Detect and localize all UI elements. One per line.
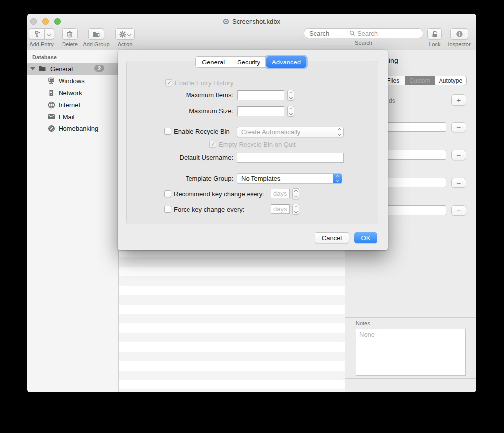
sidebar-item-homebanking[interactable]: Homebanking bbox=[27, 123, 118, 134]
recycle-bin-mode-value: Create Automatically bbox=[241, 128, 300, 136]
enable-entry-history-label: Enable Entry History bbox=[175, 79, 234, 87]
sidebar-item-network[interactable]: Network bbox=[27, 87, 118, 99]
ok-button[interactable]: OK bbox=[354, 232, 377, 243]
force-key-change-label: Force key change every: bbox=[174, 206, 244, 213]
empty-recycle-bin-checkbox[interactable] bbox=[209, 141, 216, 148]
tab-autotype[interactable]: Autotype bbox=[435, 76, 466, 85]
chevron-down-icon bbox=[127, 32, 131, 36]
tab-advanced[interactable]: Advanced bbox=[266, 56, 306, 68]
toolbar-item-delete: Delete bbox=[62, 28, 78, 47]
remove-custom-field-button[interactable]: − bbox=[451, 150, 466, 160]
add-entry-button[interactable] bbox=[29, 28, 44, 40]
recommend-key-change-stepper[interactable] bbox=[292, 188, 299, 199]
enable-recycle-bin-checkbox[interactable] bbox=[164, 128, 171, 135]
remove-custom-field-button[interactable]: − bbox=[451, 178, 466, 188]
enable-recycle-bin-label: Enable Recycle Bin bbox=[174, 128, 230, 135]
sidebar-item-label: Windows bbox=[59, 77, 85, 85]
search-input[interactable] bbox=[304, 28, 423, 38]
key-plus-icon bbox=[33, 30, 41, 38]
recommend-key-change-checkbox[interactable] bbox=[164, 190, 171, 197]
database-settings-dialog: General Security Advanced Enable Entry H… bbox=[118, 50, 388, 250]
toolbar-item-lock: Lock bbox=[427, 28, 442, 47]
maximum-items-input[interactable] bbox=[237, 90, 284, 100]
empty-recycle-bin-label: Empty Recycle Bin on Quit bbox=[219, 141, 296, 148]
window-title: Screenshot.kdbx bbox=[232, 18, 280, 25]
add-entry-label: Add Entry bbox=[29, 41, 53, 47]
gear-icon bbox=[119, 31, 126, 38]
sidebar-item-email[interactable]: EMail bbox=[27, 111, 118, 123]
force-key-change-days-input[interactable] bbox=[271, 204, 290, 214]
network-icon bbox=[47, 89, 55, 97]
template-group-label: Template Group: bbox=[159, 175, 233, 182]
email-icon bbox=[47, 113, 55, 121]
recommend-key-change-label: Recommend key change every: bbox=[174, 190, 264, 198]
sidebar-section-header: Database bbox=[32, 54, 57, 60]
delete-label: Delete bbox=[62, 41, 78, 47]
disclosure-triangle-icon[interactable] bbox=[30, 67, 35, 70]
add-custom-field-button[interactable]: + bbox=[451, 94, 466, 106]
chevron-up-icon bbox=[289, 91, 292, 95]
window-title-row: Screenshot.kdbx bbox=[27, 17, 476, 26]
template-group-popup[interactable]: No Templates bbox=[237, 173, 342, 184]
folder-icon bbox=[38, 65, 46, 73]
maximum-size-input[interactable] bbox=[237, 106, 284, 116]
remove-custom-field-button[interactable]: − bbox=[451, 122, 466, 132]
folder-plus-icon bbox=[92, 31, 100, 38]
inspector-title-fragment: ing bbox=[389, 57, 398, 64]
remove-custom-field-button[interactable]: − bbox=[451, 205, 466, 216]
tab-general[interactable]: General bbox=[195, 56, 231, 68]
tab-custom[interactable]: Custom bbox=[405, 76, 435, 85]
maximum-size-label: Maximum Size: bbox=[159, 107, 233, 115]
template-group-value: No Templates bbox=[241, 175, 280, 182]
force-key-change-stepper[interactable] bbox=[292, 204, 299, 215]
maximum-items-stepper[interactable] bbox=[287, 90, 294, 101]
sidebar: Database General 2 bbox=[27, 50, 119, 392]
enable-entry-history-checkbox[interactable] bbox=[165, 79, 172, 86]
action-button[interactable] bbox=[115, 28, 135, 40]
default-username-input[interactable] bbox=[237, 153, 344, 163]
sidebar-item-label: General bbox=[50, 65, 73, 73]
recommend-key-change-days-input[interactable] bbox=[271, 189, 290, 198]
sidebar-item-windows[interactable]: Windows bbox=[27, 75, 118, 87]
inspector-tab-bar: Files Custom Autotype bbox=[381, 76, 467, 85]
inspector-label: Inspector bbox=[448, 41, 470, 47]
document-icon bbox=[223, 19, 229, 24]
lock-button[interactable] bbox=[427, 28, 442, 40]
sidebar-item-internet[interactable]: Internet bbox=[27, 99, 118, 111]
custom-fields-label-fragment: ds bbox=[389, 97, 395, 104]
sidebar-item-label: Network bbox=[59, 89, 82, 97]
action-label: Action bbox=[118, 41, 133, 47]
dialog-tab-bar: General Security Advanced bbox=[195, 56, 306, 68]
popup-chevrons-icon bbox=[338, 127, 341, 137]
recycle-bin-mode-popup[interactable]: Create Automatically bbox=[237, 127, 344, 137]
chevron-down-icon bbox=[289, 112, 292, 115]
chevron-up-icon bbox=[294, 205, 297, 209]
maximum-items-label: Maximum Items: bbox=[159, 91, 233, 99]
chevron-down-icon bbox=[289, 96, 292, 99]
toolbar-item-inspector: Inspector bbox=[450, 28, 468, 47]
chevron-up-icon bbox=[294, 190, 297, 193]
cancel-button[interactable]: Cancel bbox=[315, 232, 349, 243]
chevron-down-icon bbox=[294, 210, 297, 213]
tab-security[interactable]: Security bbox=[231, 56, 266, 68]
toolbar-item-search: Search Search bbox=[304, 28, 423, 46]
info-icon bbox=[456, 30, 463, 38]
add-entry-dropdown-button[interactable] bbox=[44, 28, 54, 40]
add-group-button[interactable] bbox=[88, 28, 104, 40]
default-username-label: Default Username: bbox=[159, 154, 233, 161]
desktop: { "titlebar": { "title": "Screenshot.kdb… bbox=[0, 0, 504, 433]
divider bbox=[345, 317, 476, 318]
inspector-button[interactable] bbox=[450, 28, 468, 40]
sidebar-item-general[interactable]: General 2 bbox=[27, 63, 118, 75]
search-label: Search bbox=[355, 40, 372, 46]
titlebar-toolbar: Screenshot.kdbx Add Entry bbox=[27, 14, 476, 50]
delete-button[interactable] bbox=[62, 28, 78, 40]
internet-icon bbox=[47, 101, 55, 109]
sidebar-item-label: EMail bbox=[59, 113, 75, 121]
maximum-size-stepper[interactable] bbox=[287, 106, 294, 117]
chevron-down-icon bbox=[294, 194, 297, 198]
entry-count-badge: 2 bbox=[94, 65, 104, 72]
sidebar-item-label: Homebanking bbox=[59, 125, 98, 132]
notes-textarea[interactable] bbox=[356, 329, 466, 376]
force-key-change-checkbox[interactable] bbox=[164, 206, 171, 213]
